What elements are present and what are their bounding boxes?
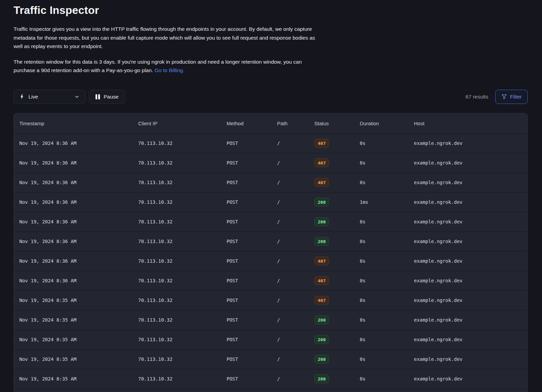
cell-method: POST	[221, 278, 272, 283]
cell-timestamp: Nov 19, 2024 8:35 AM	[14, 317, 133, 323]
filter-button[interactable]: Filter	[495, 90, 528, 104]
status-badge: 200	[314, 335, 329, 344]
cell-client-ip: 70.113.10.32	[133, 258, 221, 264]
status-badge: 407	[314, 139, 329, 148]
cell-client-ip: 70.113.10.32	[133, 239, 221, 244]
cell-duration: 0s	[354, 337, 409, 342]
column-header-status: Status	[309, 121, 354, 126]
table-row-partial	[14, 389, 527, 392]
cell-path: /	[272, 180, 309, 185]
cell-path: /	[272, 258, 309, 264]
cell-path: /	[272, 356, 309, 362]
cell-method: POST	[221, 258, 272, 264]
live-dropdown-label: Live	[28, 94, 38, 100]
results-count: 67 results	[465, 94, 488, 100]
table-row[interactable]: Nov 19, 2024 8:35 AM 70.113.10.32 POST /…	[14, 369, 527, 389]
cell-status: 407	[309, 276, 354, 285]
table-row[interactable]: Nov 19, 2024 8:36 AM 70.113.10.32 POST /…	[14, 212, 527, 232]
cell-client-ip: 70.113.10.32	[133, 356, 221, 362]
cell-timestamp: Nov 19, 2024 8:36 AM	[14, 160, 133, 166]
table-row[interactable]: Nov 19, 2024 8:36 AM 70.113.10.32 POST /…	[14, 232, 527, 251]
cell-method: POST	[221, 239, 272, 244]
table-row[interactable]: Nov 19, 2024 8:36 AM 70.113.10.32 POST /…	[14, 133, 527, 153]
cell-status: 200	[309, 335, 354, 344]
cell-status: 200	[309, 355, 354, 364]
description-paragraph-2: The retention window for this data is 3 …	[14, 58, 321, 75]
table-row[interactable]: Nov 19, 2024 8:36 AM 70.113.10.32 POST /…	[14, 271, 527, 290]
cell-status: 200	[309, 315, 354, 324]
status-badge: 200	[314, 374, 329, 383]
live-mode-dropdown[interactable]: Live	[14, 90, 85, 104]
pause-icon	[95, 94, 100, 100]
cell-method: POST	[221, 337, 272, 342]
cell-timestamp: Nov 19, 2024 8:35 AM	[14, 337, 133, 342]
cell-duration: 0s	[354, 317, 409, 323]
cell-path: /	[272, 160, 309, 166]
cell-method: POST	[221, 160, 272, 166]
cell-timestamp: Nov 19, 2024 8:36 AM	[14, 278, 133, 283]
status-badge: 407	[314, 276, 329, 285]
cell-path: /	[272, 317, 309, 323]
table-row[interactable]: Nov 19, 2024 8:36 AM 70.113.10.32 POST /…	[14, 251, 527, 271]
table-row[interactable]: Nov 19, 2024 8:35 AM 70.113.10.32 POST /…	[14, 290, 527, 310]
cell-method: POST	[221, 180, 272, 185]
cell-client-ip: 70.113.10.32	[133, 337, 221, 342]
cell-method: POST	[221, 376, 272, 382]
table-row[interactable]: Nov 19, 2024 8:35 AM 70.113.10.32 POST /…	[14, 310, 527, 330]
chevron-down-icon	[74, 94, 80, 100]
cell-status: 200	[309, 374, 354, 383]
cell-path: /	[272, 278, 309, 283]
table-row[interactable]: Nov 19, 2024 8:35 AM 70.113.10.32 POST /…	[14, 330, 527, 349]
status-badge: 407	[314, 296, 329, 305]
cell-host: example.ngrok.dev	[409, 258, 527, 264]
cell-host: example.ngrok.dev	[409, 356, 527, 362]
table-row[interactable]: Nov 19, 2024 8:35 AM 70.113.10.32 POST /…	[14, 349, 527, 369]
status-badge: 200	[314, 217, 329, 226]
column-header-host: Host	[409, 121, 527, 126]
table-body: Nov 19, 2024 8:36 AM 70.113.10.32 POST /…	[14, 133, 527, 389]
status-badge: 200	[314, 237, 329, 246]
table-header-row: TimestampClient IPMethodPathStatusDurati…	[14, 113, 527, 133]
description-paragraph-1: Traffic Inspector gives you a view into …	[14, 25, 321, 51]
traffic-table: TimestampClient IPMethodPathStatusDurati…	[14, 113, 528, 392]
cell-host: example.ngrok.dev	[409, 219, 527, 224]
table-row[interactable]: Nov 19, 2024 8:36 AM 70.113.10.32 POST /…	[14, 173, 527, 192]
cell-host: example.ngrok.dev	[409, 376, 527, 382]
cell-host: example.ngrok.dev	[409, 180, 527, 185]
status-badge: 200	[314, 315, 329, 324]
toolbar-right: 67 results Filter	[465, 90, 528, 104]
cell-host: example.ngrok.dev	[409, 298, 527, 303]
cell-path: /	[272, 219, 309, 224]
cell-client-ip: 70.113.10.32	[133, 199, 221, 205]
cell-client-ip: 70.113.10.32	[133, 317, 221, 323]
cell-duration: 0s	[354, 160, 409, 166]
table-row[interactable]: Nov 19, 2024 8:36 AM 70.113.10.32 POST /…	[14, 192, 527, 212]
cell-client-ip: 70.113.10.32	[133, 140, 221, 146]
cell-client-ip: 70.113.10.32	[133, 298, 221, 303]
cell-duration: 0s	[354, 140, 409, 146]
go-to-billing-link[interactable]: Go to Billing.	[154, 67, 184, 73]
cell-host: example.ngrok.dev	[409, 199, 527, 205]
cell-status: 200	[309, 237, 354, 246]
cell-timestamp: Nov 19, 2024 8:36 AM	[14, 239, 133, 244]
cell-duration: 1ms	[354, 199, 409, 205]
cell-timestamp: Nov 19, 2024 8:36 AM	[14, 140, 133, 146]
cell-path: /	[272, 199, 309, 205]
cell-method: POST	[221, 199, 272, 205]
cell-path: /	[272, 140, 309, 146]
pause-button[interactable]: Pause	[89, 90, 125, 104]
cell-duration: 0s	[354, 278, 409, 283]
cell-host: example.ngrok.dev	[409, 278, 527, 283]
toolbar: Live Pause 67 results Filter	[14, 90, 528, 104]
cell-method: POST	[221, 356, 272, 362]
cell-duration: 0s	[354, 376, 409, 382]
cell-path: /	[272, 298, 309, 303]
page-title: Traffic Inspector	[14, 4, 528, 17]
table-row[interactable]: Nov 19, 2024 8:36 AM 70.113.10.32 POST /…	[14, 153, 527, 173]
cell-status: 407	[309, 296, 354, 305]
cell-duration: 0s	[354, 219, 409, 224]
status-badge: 407	[314, 178, 329, 187]
cell-client-ip: 70.113.10.32	[133, 160, 221, 166]
cell-duration: 0s	[354, 298, 409, 303]
cell-path: /	[272, 376, 309, 382]
